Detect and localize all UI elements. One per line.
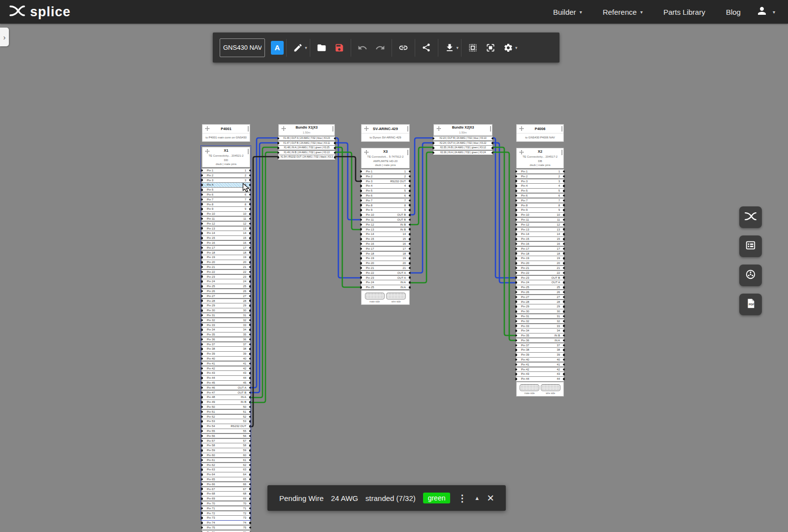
pdf-export-button[interactable]: PDF [739, 294, 762, 315]
move-icon[interactable] [281, 126, 286, 131]
pin-row-x3-6[interactable]: Pin 66 [361, 194, 410, 198]
pin-row-x2-19[interactable]: Pin 1919 [516, 256, 564, 260]
pin-row-x2-34[interactable]: Pin 3434 [516, 329, 564, 332]
pin-row-x2-1[interactable]: Pin 11 [516, 169, 564, 173]
pin-row-x2-2[interactable]: Pin 22 [516, 174, 564, 178]
wire-gauge-value[interactable]: 24 AWG [331, 494, 358, 502]
pin-row-x2-20[interactable]: Pin 2020 [516, 261, 564, 265]
pin-row-x2-39[interactable]: Pin 3939 [516, 353, 564, 357]
pin-row-x1-22[interactable]: Pin 2222 [202, 270, 250, 274]
pin-row-x2-36[interactable]: Pin 36IN A [516, 338, 564, 342]
move-icon[interactable] [364, 150, 369, 155]
pin-row-x3-2[interactable]: Pin 22 [361, 174, 410, 178]
pin-row-x1-24[interactable]: Pin 2424 [202, 279, 250, 283]
bundle-block-x1x3[interactable]: Bundle X1|X3 1.50m X1.46 | OUT A | 24 AW… [278, 124, 335, 160]
wire-X1.54-to-B1.5[interactable] [250, 157, 279, 427]
move-icon[interactable] [205, 149, 210, 154]
pin-row-x1-57[interactable]: Pin 5757 [202, 439, 250, 443]
pin-row-x1-65[interactable]: Pin 6565 [202, 477, 250, 481]
pin-row-x1-32[interactable]: Pin 3232 [202, 318, 250, 322]
pin-row-x3-20[interactable]: Pin 2020 [361, 261, 410, 265]
wire-X3.24-to-B2.4[interactable] [409, 152, 434, 283]
pin-row-x1-64[interactable]: Pin 6464 [202, 472, 250, 476]
pin-row-x2-37[interactable]: Pin 3737 [516, 343, 564, 347]
edit-pencil-icon[interactable] [289, 38, 307, 58]
pin-row-x1-21[interactable]: Pin 2121 [202, 265, 250, 269]
pin-row-x1-67[interactable]: Pin 6767 [202, 487, 250, 491]
pin-row-x3-14[interactable]: Pin 1414 [361, 232, 410, 236]
sidebar-expand-tab[interactable]: › [0, 28, 9, 46]
connector-block-x3[interactable]: X3 TE Connectivit... 5-747912-2 AMPLIMIT… [361, 148, 410, 305]
nav-item-blog[interactable]: Blog [718, 0, 749, 24]
download-icon[interactable] [441, 38, 459, 58]
pin-row-x2-14[interactable]: Pin 1414 [516, 232, 564, 236]
pin-row-x2-6[interactable]: Pin 66 [516, 194, 564, 198]
drag-handle[interactable] [407, 126, 408, 132]
nav-item-builder[interactable]: Builder▾ [545, 0, 591, 24]
pin-row-x3-25[interactable]: Pin 25IN A [361, 285, 410, 289]
pin-row-x1-34[interactable]: Pin 3434 [202, 328, 250, 332]
pin-row-x2-10[interactable]: Pin 1010 [516, 213, 564, 217]
pin-row-x2-12[interactable]: Pin 1212 [516, 223, 564, 227]
pin-row-x2-38[interactable]: Pin 3838 [516, 348, 564, 352]
pin-row-x1-45[interactable]: Pin 4545 [202, 381, 250, 385]
pin-row-x3-15[interactable]: Pin 1515 [361, 237, 410, 241]
pin-row-x3-1[interactable]: Pin 11 [361, 169, 410, 173]
move-icon[interactable] [205, 126, 210, 131]
pin-row-x2-29[interactable]: Pin 2929 [516, 304, 564, 308]
pin-row-x2-42[interactable]: Pin 4242 [516, 367, 564, 371]
pin-row-x1-72[interactable]: Pin 7272 [202, 511, 250, 515]
pin-row-x2-13[interactable]: Pin 1313 [516, 228, 564, 232]
pin-row-x2-22[interactable]: Pin 2222 [516, 271, 564, 275]
pin-row-x1-12[interactable]: Pin 1212 [202, 222, 250, 226]
bundle-wire-row[interactable]: X1.47 | OUT B | 24 AWG | 7/32 | blue | X… [278, 141, 335, 145]
pin-row-x2-24[interactable]: Pin 24OUT A [516, 280, 564, 284]
bundle-wire-row[interactable]: X2.23 | OUT B | 24 AWG | 7/32 | blue | X… [433, 136, 492, 140]
pin-row-x1-16[interactable]: Pin 1616 [202, 241, 250, 245]
auto-arrange-button[interactable]: A [271, 41, 284, 55]
pin-row-x3-12[interactable]: Pin 12IN B [361, 223, 410, 227]
pin-row-x2-11[interactable]: Pin 1111 [516, 218, 564, 222]
pin-row-x1-70[interactable]: Pin 7070 [202, 501, 250, 505]
pin-row-x3-19[interactable]: Pin 1919 [361, 256, 410, 260]
pin-row-x1-26[interactable]: Pin 2626 [202, 289, 250, 293]
pin-row-x1-6[interactable]: Pin 66 [202, 193, 250, 197]
pin-row-x1-35[interactable]: Pin 3535 [202, 332, 250, 336]
pin-row-x1-66[interactable]: Pin 6666 [202, 482, 250, 486]
pin-row-x2-43[interactable]: Pin 4343 [516, 372, 564, 376]
redo-icon[interactable] [371, 38, 389, 58]
save-floppy-icon[interactable] [330, 38, 348, 58]
drag-handle[interactable] [332, 126, 333, 132]
pin-row-x1-27[interactable]: Pin 2727 [202, 294, 250, 298]
pin-row-x1-68[interactable]: Pin 6868 [202, 492, 250, 496]
project-name-input[interactable] [220, 38, 265, 57]
pin-row-x3-10[interactable]: Pin 10OUT B [361, 213, 410, 217]
chevron-down-icon[interactable]: ▾ [515, 45, 518, 50]
chevron-down-icon[interactable]: ▾ [457, 45, 459, 50]
pin-row-x1-48[interactable]: Pin 48IN A [202, 395, 250, 399]
pin-row-x1-61[interactable]: Pin 6161 [202, 458, 250, 462]
wire-X1.46-to-B1.1[interactable] [250, 138, 279, 388]
move-icon[interactable] [436, 126, 441, 131]
bundle-wire-row[interactable]: X2.36 | IN A | 24 AWG | 7/32 | green | X… [433, 151, 492, 155]
splice-tool-button[interactable] [739, 206, 762, 228]
pin-row-x1-42[interactable]: Pin 4242 [202, 366, 250, 370]
bundle-wire-row[interactable]: X1.46 | OUT A | 24 AWG | 7/32 | blue | X… [278, 136, 335, 140]
pin-row-x2-8[interactable]: Pin 88 [516, 203, 564, 207]
wire-X1.48-to-B1.3[interactable] [250, 147, 279, 398]
pin-row-x2-18[interactable]: Pin 1818 [516, 252, 564, 256]
move-icon[interactable] [519, 126, 524, 131]
pin-row-x2-15[interactable]: Pin 1515 [516, 237, 564, 241]
pin-row-x3-5[interactable]: Pin 55 [361, 189, 410, 193]
pin-row-x2-9[interactable]: Pin 99 [516, 208, 564, 212]
pin-row-x1-44[interactable]: Pin 4444 [202, 376, 250, 380]
bom-table-button[interactable] [739, 235, 762, 257]
wire-X3.10-to-B2.1[interactable] [409, 138, 434, 215]
pin-row-x2-30[interactable]: Pin 3030 [516, 309, 564, 313]
pin-row-x2-26[interactable]: Pin 2626 [516, 290, 564, 294]
bundle-wire-row[interactable]: X1.49 | IN B | 24 AWG | 7/32 | green | X… [278, 151, 335, 155]
drag-handle[interactable] [248, 149, 249, 154]
pin-row-x1-63[interactable]: Pin 6363 [202, 467, 250, 471]
share-icon[interactable] [418, 38, 435, 58]
pin-row-x1-7[interactable]: Pin 77 [202, 198, 250, 201]
